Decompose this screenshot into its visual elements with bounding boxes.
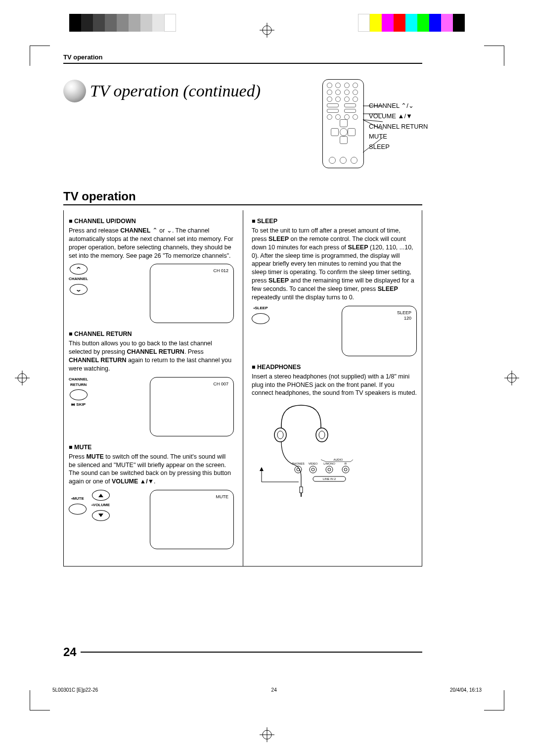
page-number: 24 bbox=[63, 645, 77, 659]
svg-point-17 bbox=[274, 428, 286, 442]
sleep-button-icon: •SLEEP bbox=[252, 306, 269, 324]
remote-illustration bbox=[322, 79, 364, 168]
svg-text:LINE IN 2: LINE IN 2 bbox=[323, 477, 336, 480]
channel-buttons-icon: ⌃ CHANNEL ⌄ bbox=[69, 264, 88, 295]
body-text: To set the unit to turn off after a pres… bbox=[252, 227, 417, 302]
section-heading: TV operation bbox=[63, 189, 471, 203]
registration-mark-icon bbox=[504, 371, 519, 385]
svg-point-34 bbox=[342, 466, 349, 473]
registration-mark-icon bbox=[15, 371, 30, 385]
svg-point-32 bbox=[326, 466, 333, 473]
footer-right: 20/4/04, 16:13 bbox=[450, 687, 482, 693]
svg-point-31 bbox=[312, 468, 314, 471]
footer-left: 5L00301C [E]p22-26 bbox=[52, 687, 98, 693]
registration-mark-icon bbox=[260, 727, 274, 742]
headphone-illustration: PHONES VIDEO L/MONO AUDIO R bbox=[252, 400, 375, 499]
crop-mark bbox=[30, 46, 50, 66]
header-rule bbox=[63, 63, 422, 64]
remote-label-mute: MUTE bbox=[369, 132, 428, 142]
sub-heading: CHANNEL UP/DOWN bbox=[69, 217, 234, 226]
crop-mark bbox=[484, 690, 504, 710]
remote-label-channel: CHANNEL ⌃/⌄ bbox=[369, 101, 428, 111]
svg-point-35 bbox=[344, 468, 347, 471]
sub-heading: CHANNEL RETURN bbox=[69, 330, 234, 338]
tv-screen-icon: SLEEP120 bbox=[342, 306, 417, 356]
running-header: TV operation bbox=[63, 53, 471, 61]
body-text: This button allows you to go back to the… bbox=[69, 339, 234, 373]
svg-rect-21 bbox=[300, 487, 303, 493]
registration-mark-icon bbox=[260, 23, 274, 38]
print-registration-top bbox=[0, 14, 534, 37]
footer-meta: 5L00301C [E]p22-26 24 20/4/04, 16:13 bbox=[52, 687, 482, 693]
body-text: Insert a stereo headphones (not supplied… bbox=[252, 373, 417, 398]
sub-heading: HEADPHONES bbox=[252, 363, 417, 372]
body-text: Press MUTE to switch off the sound. The … bbox=[69, 453, 234, 486]
remote-label-volume: VOLUME ▲/▼ bbox=[369, 111, 428, 122]
svg-text:L/MONO: L/MONO bbox=[323, 462, 335, 465]
page-title: TV operation (continued) bbox=[90, 82, 261, 100]
channel-return-button-icon: CHANNEL RETURN ⏮ SKIP bbox=[69, 377, 88, 408]
svg-text:R: R bbox=[345, 462, 347, 465]
svg-text:AUDIO: AUDIO bbox=[333, 458, 343, 461]
sub-heading: MUTE bbox=[69, 443, 234, 452]
tv-screen-icon: MUTE bbox=[150, 490, 234, 549]
svg-point-19 bbox=[316, 428, 328, 442]
mute-volume-buttons-icon: •MUTE •VOLUME bbox=[69, 490, 110, 521]
body-text: Press and release CHANNEL ⌃ or ⌄. The ch… bbox=[69, 227, 234, 260]
sphere-bullet-icon bbox=[63, 80, 86, 102]
remote-label-sleep: SLEEP bbox=[369, 142, 428, 152]
crop-mark bbox=[30, 690, 50, 710]
remote-label-return: CHANNEL RETURN bbox=[369, 122, 428, 132]
svg-point-33 bbox=[328, 468, 331, 471]
tv-screen-icon: CH 012 bbox=[150, 264, 234, 323]
svg-text:PHONES: PHONES bbox=[292, 462, 304, 465]
svg-point-29 bbox=[297, 468, 300, 471]
svg-marker-39 bbox=[260, 467, 264, 471]
remote-callout: CHANNEL ⌃/⌄ VOLUME ▲/▼ CHANNEL RETURN MU… bbox=[322, 79, 471, 168]
svg-point-30 bbox=[310, 466, 316, 473]
page-number-rule bbox=[81, 652, 422, 653]
crop-mark bbox=[484, 46, 504, 66]
section-rule bbox=[63, 204, 422, 205]
sub-heading: SLEEP bbox=[252, 217, 417, 226]
tv-screen-icon: CH 007 bbox=[150, 377, 234, 436]
footer-center: 24 bbox=[271, 687, 277, 693]
svg-text:VIDEO: VIDEO bbox=[309, 462, 318, 465]
